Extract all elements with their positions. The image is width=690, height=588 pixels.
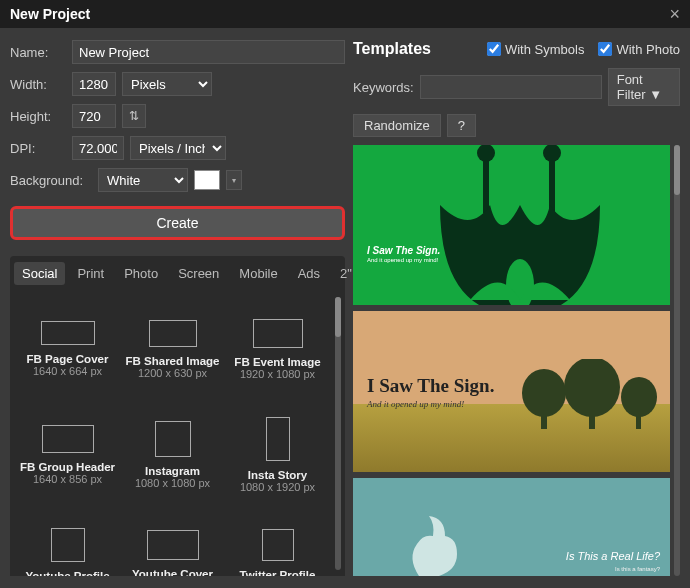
- dpi-unit-select[interactable]: Pixels / Inch: [130, 136, 226, 160]
- background-label: Background:: [10, 173, 92, 188]
- tab-screen[interactable]: Screen: [170, 262, 227, 285]
- svg-rect-6: [541, 409, 547, 429]
- preset-dimensions: 1640 x 856 px: [33, 473, 102, 485]
- height-label: Height:: [10, 109, 66, 124]
- preset-scrollbar[interactable]: [335, 297, 341, 570]
- name-input[interactable]: [72, 40, 345, 64]
- templates-scrollbar[interactable]: [674, 145, 680, 576]
- bird-icon: [399, 506, 469, 576]
- background-color-swatch[interactable]: [194, 170, 220, 190]
- preset-thumb: [155, 421, 191, 457]
- width-input[interactable]: [72, 72, 116, 96]
- preset-item[interactable]: Youtube Profile800 x 800 px: [16, 509, 119, 576]
- background-color-dropdown[interactable]: ▾: [226, 170, 242, 190]
- preset-thumb: [149, 320, 197, 347]
- preset-dimensions: 1920 x 1080 px: [240, 368, 315, 380]
- randomize-button[interactable]: Randomize: [353, 114, 441, 137]
- template-sub: And it opened up my mind!: [367, 399, 464, 409]
- close-icon[interactable]: ×: [669, 4, 680, 25]
- preset-thumb: [51, 528, 85, 562]
- help-button[interactable]: ?: [447, 114, 476, 137]
- tab-print[interactable]: Print: [69, 262, 112, 285]
- titlebar: New Project ×: [0, 0, 690, 28]
- svg-rect-8: [589, 409, 595, 429]
- left-panel: Name: Width: Pixels Height: ⇅ DPI: Pixel…: [10, 40, 345, 576]
- template-title: Is This a Real Life?: [566, 550, 660, 562]
- preset-name: FB Group Header: [20, 461, 115, 473]
- preset-name: FB Page Cover: [27, 353, 109, 365]
- height-input[interactable]: [72, 104, 116, 128]
- preset-dimensions: 1640 x 664 px: [33, 365, 102, 377]
- with-photo-checkbox[interactable]: With Photo: [598, 42, 680, 57]
- preset-grid: FB Page Cover1640 x 664 pxFB Shared Imag…: [10, 291, 331, 576]
- tab-mobile[interactable]: Mobile: [231, 262, 285, 285]
- template-card[interactable]: Is This a Real Life? Is this a fantasy?: [353, 478, 670, 576]
- dpi-label: DPI:: [10, 141, 66, 156]
- preset-thumb: [147, 530, 199, 560]
- svg-rect-2: [483, 153, 489, 213]
- preset-tabs: Social Print Photo Screen Mobile Ads 2": [10, 256, 345, 291]
- template-title: I Saw The Sign.: [367, 375, 494, 397]
- templates-scrollthumb[interactable]: [674, 145, 680, 195]
- tab-photo[interactable]: Photo: [116, 262, 166, 285]
- background-select[interactable]: White: [98, 168, 188, 192]
- svg-rect-10: [636, 411, 641, 429]
- template-sub: And it opened up my mind!: [367, 257, 438, 263]
- preset-name: FB Event Image: [234, 356, 320, 368]
- with-photo-input[interactable]: [598, 42, 612, 56]
- preset-item[interactable]: FB Event Image1920 x 1080 px: [226, 297, 329, 401]
- preset-thumb: [253, 319, 303, 348]
- template-card[interactable]: I Saw The Sign. And it opened up my mind…: [353, 311, 670, 471]
- font-filter-button[interactable]: Font Filter ▼: [608, 68, 680, 106]
- preset-name: Youtube Cover: [132, 568, 213, 576]
- keywords-label: Keywords:: [353, 80, 414, 95]
- template-card[interactable]: I Saw The Sign. And it opened up my mind…: [353, 145, 670, 305]
- window-title: New Project: [10, 6, 90, 22]
- with-symbols-input[interactable]: [487, 42, 501, 56]
- width-label: Width:: [10, 77, 66, 92]
- preset-item[interactable]: Twitter Profile400 x 400 px: [226, 509, 329, 576]
- template-sub: Is this a fantasy?: [615, 566, 660, 572]
- preset-dimensions: 1080 x 1920 px: [240, 481, 315, 493]
- preset-item[interactable]: FB Shared Image1200 x 630 px: [121, 297, 224, 401]
- with-symbols-checkbox[interactable]: With Symbols: [487, 42, 584, 57]
- name-label: Name:: [10, 45, 66, 60]
- preset-name: Youtube Profile: [25, 570, 109, 576]
- create-button[interactable]: Create: [10, 206, 345, 240]
- tab-social[interactable]: Social: [14, 262, 65, 285]
- tulip-icon: [410, 145, 630, 305]
- template-title: I Saw The Sign.: [367, 245, 440, 256]
- preset-name: FB Shared Image: [126, 355, 220, 367]
- dpi-input[interactable]: [72, 136, 124, 160]
- preset-thumb: [266, 417, 290, 461]
- preset-thumb: [262, 529, 294, 561]
- templates-title: Templates: [353, 40, 473, 58]
- width-unit-select[interactable]: Pixels: [122, 72, 212, 96]
- preset-thumb: [42, 425, 94, 453]
- svg-point-7: [564, 359, 620, 417]
- swap-dimensions-button[interactable]: ⇅: [122, 104, 146, 128]
- trees-icon: [514, 359, 664, 429]
- preset-name: Twitter Profile: [240, 569, 316, 576]
- svg-rect-3: [549, 153, 555, 213]
- preset-dimensions: 1200 x 630 px: [138, 367, 207, 379]
- preset-item[interactable]: FB Group Header1640 x 856 px: [16, 403, 119, 507]
- preset-item[interactable]: FB Page Cover1640 x 664 px: [16, 297, 119, 401]
- dialog-content: Name: Width: Pixels Height: ⇅ DPI: Pixel…: [0, 28, 690, 588]
- right-panel: Templates With Symbols With Photo Keywor…: [353, 40, 680, 576]
- preset-item[interactable]: Youtube Cover2560 x 1440 px: [121, 509, 224, 576]
- preset-thumb: [41, 321, 95, 345]
- preset-item[interactable]: Instagram1080 x 1080 px: [121, 403, 224, 507]
- preset-scrollthumb[interactable]: [335, 297, 341, 337]
- keywords-input[interactable]: [420, 75, 602, 99]
- templates-list: I Saw The Sign. And it opened up my mind…: [353, 145, 680, 576]
- preset-scroll-area: FB Page Cover1640 x 664 pxFB Shared Imag…: [10, 291, 345, 576]
- preset-item[interactable]: Insta Story1080 x 1920 px: [226, 403, 329, 507]
- tab-ads[interactable]: Ads: [290, 262, 328, 285]
- preset-name: Insta Story: [248, 469, 307, 481]
- preset-name: Instagram: [145, 465, 200, 477]
- preset-dimensions: 1080 x 1080 px: [135, 477, 210, 489]
